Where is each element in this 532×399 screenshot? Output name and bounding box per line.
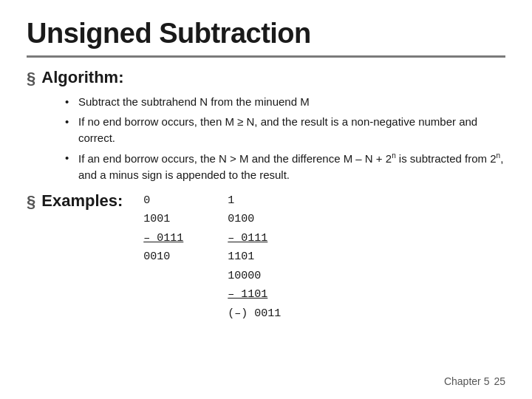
ex2-row5: – 1101: [228, 285, 281, 304]
ex1-row2: – 0111: [143, 229, 183, 248]
footer-chapter: Chapter 5: [444, 375, 489, 387]
slide: Unsigned Subtraction § Algorithm: Subtra…: [0, 0, 532, 399]
algorithm-title: Algorithm:: [41, 68, 123, 87]
algorithm-header: § Algorithm:: [27, 68, 505, 88]
ex2-row4: 10000: [228, 267, 281, 286]
ex2-row2: – 0111: [228, 229, 281, 248]
examples-bullet-icon: §: [27, 192, 35, 211]
example-col-2: 1 0100 – 0111 1101 10000 – 1101 (–) 0011: [228, 191, 281, 324]
examples-section: § Examples: 0 1001 – 0111 0010 1 0100 – …: [27, 191, 505, 324]
ex1-row0: 0: [143, 191, 183, 211]
ex2-row1: 0100: [228, 210, 281, 229]
algorithm-bullet-3: If an end borrow occurs, the N > M and t…: [65, 150, 505, 184]
algorithm-bullet-icon: §: [27, 69, 35, 88]
ex1-row1: 1001: [143, 210, 183, 229]
examples-content: 0 1001 – 0111 0010 1 0100 – 0111 1101 10…: [143, 191, 281, 324]
examples-title: Examples:: [41, 191, 137, 211]
slide-title: Unsigned Subtraction: [27, 18, 505, 50]
ex2-row3: 1101: [228, 248, 281, 267]
algorithm-bullets: Subtract the subtrahend N from the minue…: [65, 94, 505, 184]
ex2-row0: 1: [228, 191, 281, 211]
footer: Chapter 5 25: [444, 375, 505, 387]
algorithm-bullet-2: If no end borrow occurs, then M ≥ N, and…: [65, 114, 505, 147]
algorithm-section: § Algorithm: Subtract the subtrahend N f…: [27, 68, 505, 184]
example-col-1: 0 1001 – 0111 0010: [143, 191, 183, 324]
title-divider: [27, 55, 505, 58]
ex1-row3: 0010: [143, 248, 183, 267]
footer-page: 25: [494, 375, 505, 387]
algorithm-bullet-1: Subtract the subtrahend N from the minue…: [65, 94, 505, 111]
ex2-row6: (–) 0011: [228, 304, 281, 324]
